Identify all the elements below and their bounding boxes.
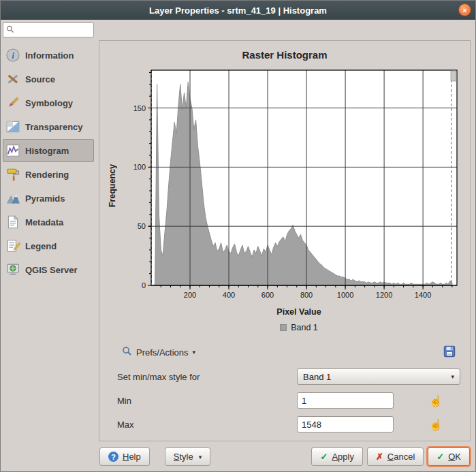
help-icon: ?: [108, 452, 118, 462]
sidebar-item-histogram[interactable]: Histogram: [3, 139, 94, 162]
close-button[interactable]: ×: [458, 3, 471, 16]
svg-text:i: i: [12, 50, 14, 61]
info-icon: i: [5, 48, 20, 63]
cancel-label: Cancel: [387, 452, 415, 462]
close-icon: ×: [462, 6, 466, 14]
y-axis-label: Frequency: [108, 164, 117, 207]
window-title: Layer Properties - srtm_41_19 | Histogra…: [149, 5, 327, 16]
band-select-value: Band 1: [303, 372, 331, 382]
apply-label: Apply: [332, 452, 354, 462]
sidebar-item-information[interactable]: iInformation: [3, 44, 94, 67]
svg-text:1200: 1200: [375, 291, 392, 299]
svg-text:1000: 1000: [336, 291, 353, 299]
source-icon: [5, 72, 20, 86]
dialog-body: iInformationSourceSymbologyTransparencyH…: [1, 20, 475, 472]
svg-text:800: 800: [300, 291, 312, 299]
min-input[interactable]: [297, 392, 394, 409]
style-label: Style: [174, 452, 193, 462]
help-button[interactable]: ? Help: [99, 447, 150, 466]
titlebar[interactable]: Layer Properties - srtm_41_19 | Histogra…: [1, 1, 475, 20]
svg-text:200: 200: [183, 291, 195, 299]
svg-text:0: 0: [141, 281, 145, 289]
save-histogram-button[interactable]: [440, 343, 459, 361]
band-select[interactable]: Band 1 ▾: [297, 368, 460, 385]
sidebar-item-rendering[interactable]: Rendering: [3, 163, 94, 186]
chevron-down-icon: ▾: [193, 349, 196, 356]
histogram-icon: [5, 143, 20, 158]
sidebar-item-transparency[interactable]: Transparency: [3, 115, 94, 138]
help-label: Help: [123, 452, 141, 462]
sidebar: iInformationSourceSymbologyTransparencyH…: [1, 20, 96, 472]
ok-label: OK: [448, 452, 461, 462]
histogram-chart[interactable]: 200400600800100012001400050100150: [118, 66, 462, 306]
apply-button[interactable]: ✓ Apply: [311, 447, 362, 466]
search-input[interactable]: [17, 25, 91, 35]
legend-icon: [5, 238, 20, 253]
rendering-icon: [5, 167, 20, 182]
chart-block: Frequency 200400600800100012001400050100…: [108, 66, 462, 306]
pyramids-icon: [5, 191, 20, 206]
prefs-actions-label: Prefs/Actions: [136, 347, 189, 358]
style-button[interactable]: Style ▾: [165, 447, 210, 466]
metadata-icon: [5, 215, 20, 230]
svg-text:1400: 1400: [414, 291, 430, 299]
check-icon: ✓: [320, 452, 328, 462]
minmax-controls: Prefs/Actions ▾ Set min/max style for: [104, 332, 466, 432]
transparency-icon: [5, 119, 20, 134]
sidebar-nav: iInformationSourceSymbologyTransparencyH…: [3, 44, 94, 281]
qgis-server-icon: [5, 262, 20, 277]
ok-button[interactable]: ✓ OK: [428, 447, 470, 466]
sidebar-item-pyramids[interactable]: Pyramids: [3, 187, 94, 210]
min-label: Min: [117, 396, 131, 406]
svg-text:50: 50: [137, 222, 145, 230]
sidebar-item-qgis-server[interactable]: QGIS Server: [3, 258, 94, 281]
svg-text:400: 400: [222, 291, 234, 299]
sidebar-item-label: QGIS Server: [25, 265, 78, 275]
sidebar-item-label: Metadata: [25, 217, 63, 227]
dialog-buttons: ? Help Style ▾ ✓ Apply ✗ Cancel ✓: [99, 441, 471, 472]
svg-text:150: 150: [133, 104, 145, 112]
max-label: Max: [117, 420, 134, 430]
search-icon: [6, 24, 14, 36]
sidebar-item-label: Source: [25, 74, 55, 84]
max-row: Max ☝: [117, 416, 460, 432]
save-icon: [443, 345, 456, 360]
legend-label: Band 1: [291, 323, 318, 332]
sidebar-item-legend[interactable]: Legend: [3, 234, 94, 257]
magnifier-icon: [122, 346, 132, 358]
chart-legend: Band 1: [251, 323, 318, 332]
legend-swatch: [280, 324, 287, 331]
svg-text:600: 600: [261, 291, 273, 299]
layer-properties-window: Layer Properties - srtm_41_19 | Histogra…: [0, 0, 476, 472]
sidebar-item-symbology[interactable]: Symbology: [3, 91, 94, 114]
prefs-actions-button[interactable]: Prefs/Actions ▾: [117, 343, 200, 361]
sidebar-search[interactable]: [3, 22, 94, 37]
chevron-down-icon: ▾: [199, 454, 202, 460]
symbology-icon: [5, 95, 20, 110]
check-icon: ✓: [437, 452, 444, 462]
svg-text:100: 100: [133, 163, 145, 171]
histogram-panel: Raster Histogram Frequency 2004006008001…: [99, 40, 471, 441]
sidebar-item-source[interactable]: Source: [3, 67, 94, 91]
sidebar-item-label: Rendering: [25, 170, 69, 180]
x-axis-label: Pixel Value: [248, 307, 321, 317]
pick-max-hand-icon[interactable]: ☝: [429, 418, 443, 431]
chevron-down-icon: ▾: [451, 373, 454, 380]
set-minmax-label: Set min/max style for: [117, 372, 200, 382]
band-select-row: Set min/max style for Band 1 ▾: [117, 368, 460, 385]
sidebar-item-label: Transparency: [25, 122, 83, 132]
sidebar-item-label: Histogram: [25, 146, 69, 156]
sidebar-item-label: Pyramids: [25, 193, 65, 204]
x-icon: ✗: [376, 452, 383, 462]
sidebar-item-label: Legend: [25, 241, 57, 251]
main-column: Raster Histogram Frequency 2004006008001…: [96, 20, 475, 472]
prefs-row: Prefs/Actions ▾: [117, 343, 460, 361]
pick-min-hand-icon[interactable]: ☝: [429, 394, 443, 407]
sidebar-item-label: Information: [25, 50, 74, 61]
sidebar-item-label: Symbology: [25, 98, 73, 108]
sidebar-item-metadata[interactable]: Metadata: [3, 210, 94, 234]
chart-title: Raster Histogram: [242, 49, 327, 61]
cancel-button[interactable]: ✗ Cancel: [367, 447, 424, 466]
max-input[interactable]: [297, 416, 394, 432]
min-row: Min ☝: [117, 392, 460, 409]
